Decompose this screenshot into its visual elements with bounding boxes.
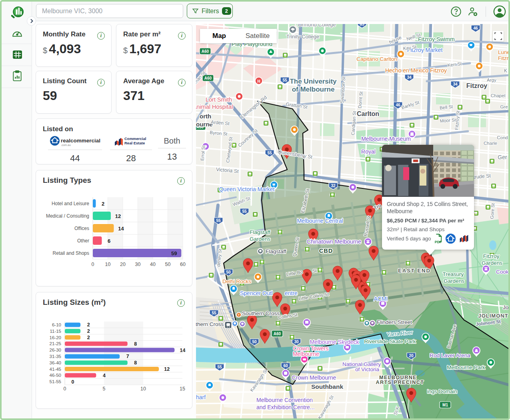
- svg-text:15: 15: [180, 386, 185, 392]
- svg-text:Southern Cross: Southern Cross: [242, 310, 280, 316]
- svg-text:Other: Other: [77, 238, 89, 244]
- svg-text:Delhi Rocks: Delhi Rocks: [222, 278, 251, 284]
- svg-text:realcommercial: realcommercial: [61, 138, 100, 144]
- svg-text:11-15: 11-15: [50, 329, 61, 334]
- svg-text:7: 7: [126, 354, 129, 359]
- svg-text:A60: A60: [202, 49, 209, 54]
- svg-text:Melbourne Central: Melbourne Central: [297, 218, 343, 224]
- svg-text:Joli: Joli: [503, 304, 508, 310]
- svg-text:Fitzroy Swimm: Fitzroy Swimm: [418, 36, 455, 42]
- svg-text:ourne: ourne: [196, 121, 213, 128]
- svg-text:and Exhibition Centre...: and Exhibition Centre...: [256, 404, 315, 410]
- svg-text:Crown Melbourne: Crown Melbourne: [292, 374, 336, 381]
- svg-text:50: 50: [226, 270, 231, 274]
- svg-text:A60: A60: [274, 332, 281, 336]
- svg-text:12: 12: [115, 213, 121, 219]
- svg-text:8: 8: [134, 341, 137, 347]
- svg-text:Lune: Lune: [498, 49, 508, 55]
- svg-text:Argy: Argy: [487, 78, 496, 82]
- svg-text:55: 55: [216, 218, 221, 223]
- svg-text:Charle: Charle: [484, 141, 497, 146]
- svg-text:harf: harf: [196, 394, 206, 400]
- svg-text:55: 55: [217, 365, 222, 369]
- svg-text:.com.au: .com.au: [61, 144, 71, 146]
- svg-text:55: 55: [242, 209, 247, 214]
- svg-text:M1: M1: [442, 403, 448, 407]
- svg-text:Cooks': Cooks': [496, 269, 508, 275]
- svg-text:6: 6: [108, 238, 110, 244]
- svg-text:16-20: 16-20: [50, 335, 61, 340]
- svg-text:55: 55: [212, 311, 216, 315]
- svg-text:of Melbourne: of Melbourne: [292, 86, 335, 93]
- svg-text:Fitzroy: Fitzroy: [466, 82, 488, 89]
- svg-text:36-40: 36-40: [50, 360, 61, 365]
- svg-text:Cond: Cond: [497, 135, 508, 140]
- svg-text:CBD: CBD: [319, 248, 333, 254]
- svg-text:entre: entre: [285, 290, 298, 296]
- svg-text:Gardens: Gardens: [444, 278, 464, 284]
- svg-text:2: 2: [87, 328, 90, 334]
- svg-text:ings Domain: ings Domain: [427, 388, 457, 394]
- svg-text:A60: A60: [204, 76, 212, 80]
- svg-text:Treasury: Treasury: [443, 271, 464, 277]
- svg-text:60: 60: [283, 364, 288, 368]
- svg-text:30: 30: [294, 340, 299, 344]
- svg-text:Gardens: Gardens: [250, 236, 270, 242]
- svg-text:Flagstaff: Flagstaff: [266, 248, 286, 254]
- svg-text:30: 30: [135, 262, 141, 267]
- svg-text:8: 8: [134, 360, 137, 366]
- svg-text:Lort Smith: Lort Smith: [206, 96, 232, 103]
- svg-text:orth: orth: [200, 113, 211, 120]
- svg-text:55: 55: [282, 78, 287, 82]
- svg-text:55: 55: [267, 151, 272, 155]
- svg-text:46: 46: [473, 26, 478, 30]
- svg-text:Chinatown Melbourne: Chinatown Melbourne: [307, 238, 361, 245]
- svg-text:Melbourne Skydeck: Melbourne Skydeck: [310, 339, 360, 345]
- svg-text:Spencer Outl: Spencer Outl: [240, 290, 273, 296]
- svg-text:Melbourne Convention: Melbourne Convention: [256, 397, 313, 403]
- svg-text:50: 50: [252, 340, 257, 344]
- svg-text:Riverslide Skate Park: Riverslide Skate Park: [364, 338, 416, 344]
- svg-text:59: 59: [171, 250, 177, 256]
- svg-text:21-25: 21-25: [50, 341, 61, 346]
- svg-text:40: 40: [150, 262, 156, 267]
- svg-text:Medical / Consulting: Medical / Consulting: [46, 213, 89, 219]
- svg-text:ACMI: ACMI: [374, 296, 388, 302]
- svg-text:Commercial: Commercial: [124, 136, 146, 141]
- svg-text:JOLIMONT: JOLIMONT: [478, 313, 508, 319]
- svg-text:ARTS PRECINCT: ARTS PRECINCT: [376, 380, 424, 385]
- svg-text:50: 50: [165, 262, 171, 267]
- svg-text:Gardens: Gardens: [482, 260, 502, 266]
- svg-text:H: H: [257, 79, 260, 84]
- svg-text:Ger: Ger: [498, 154, 507, 160]
- svg-text:Animal Hospital: Animal Hospital: [196, 104, 233, 110]
- svg-text:12: 12: [164, 366, 170, 372]
- svg-text:20: 20: [120, 262, 126, 267]
- svg-text:Flagstaff: Flagstaff: [250, 229, 270, 235]
- svg-text:Retail and Shops: Retail and Shops: [53, 250, 89, 256]
- svg-text:Melbourne Park: Melbourne Park: [447, 364, 485, 370]
- svg-text:Gre: Gre: [500, 104, 508, 109]
- svg-text:31-35: 31-35: [50, 354, 61, 359]
- svg-text:14: 14: [180, 348, 185, 353]
- svg-text:of Victoria: of Victoria: [355, 366, 379, 372]
- svg-text:Melbourne Museum: Melbourne Museum: [361, 136, 411, 142]
- svg-text:51-55: 51-55: [50, 379, 61, 384]
- svg-text:6-10: 6-10: [52, 322, 61, 327]
- svg-text:The University: The University: [290, 78, 337, 85]
- svg-text:0: 0: [72, 379, 74, 385]
- svg-text:Hotel and Leisure: Hotel and Leisure: [52, 201, 89, 206]
- svg-text:0: 0: [92, 262, 94, 267]
- svg-text:K: K: [504, 68, 507, 74]
- svg-text:5: 5: [103, 386, 106, 392]
- svg-text:60: 60: [180, 262, 186, 267]
- svg-text:Fitzroy: Fitzroy: [483, 253, 500, 259]
- svg-text:34: 34: [407, 75, 412, 80]
- svg-text:Offices: Offices: [74, 226, 89, 231]
- svg-text:2: 2: [87, 335, 90, 340]
- svg-text:2: 2: [87, 322, 90, 328]
- svg-text:2: 2: [102, 201, 104, 207]
- svg-text:Trinity College: Trinity College: [286, 34, 320, 40]
- svg-text:Flinders Street: Flinders Street: [377, 319, 412, 325]
- svg-text:46: 46: [396, 103, 400, 107]
